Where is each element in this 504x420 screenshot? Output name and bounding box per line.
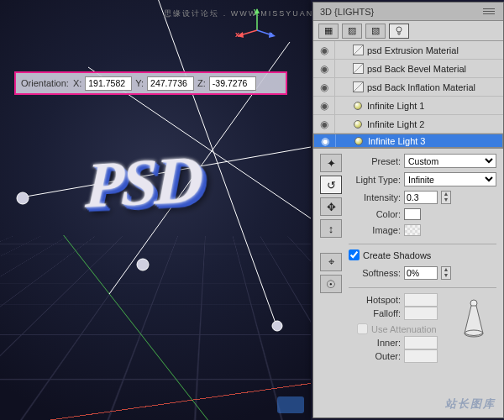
color-swatch[interactable] <box>404 208 421 220</box>
watermark-badge <box>277 396 304 413</box>
layer-row-light-selected[interactable]: ◉ Infinite Light 3 <box>313 134 503 148</box>
orientation-z-input[interactable] <box>209 76 256 91</box>
hotspot-label: Hotspot: <box>349 295 401 305</box>
inner-input <box>404 336 438 349</box>
property-fields: Preset: Custom Light Type: Infinite Inte… <box>349 154 496 411</box>
softness-spinner[interactable]: ▲▼ <box>441 266 451 280</box>
filter-row: ▦ ▨ ▧ <box>313 21 503 41</box>
layer-label: Infinite Light 1 <box>365 101 503 111</box>
preset-label: Preset: <box>349 156 401 166</box>
preset-select[interactable]: Custom <box>404 154 496 168</box>
y-label: Y: <box>135 78 144 88</box>
softness-label: Softness: <box>349 268 401 278</box>
softness-input[interactable] <box>404 266 438 280</box>
layer-row-material[interactable]: ◉ psd Extrusion Material <box>313 41 503 60</box>
falloff-label: Falloff: <box>349 308 401 318</box>
layer-label: psd Back Bevel Material <box>365 64 503 74</box>
material-icon <box>350 63 365 74</box>
outer-label: Outer: <box>349 351 401 361</box>
filter-materials-button[interactable]: ▧ <box>365 24 386 39</box>
svg-line-3 <box>21 147 311 197</box>
filter-scene-button[interactable]: ▦ <box>318 24 339 39</box>
point-at-origin-button[interactable]: ⌖ <box>320 253 342 271</box>
material-icon <box>350 81 365 92</box>
image-label: Image: <box>349 225 401 235</box>
3d-panel: 3D {LIGHTS} ▦ ▨ ▧ ◉ psd Extrusion Materi… <box>312 2 504 418</box>
rotate-light-button[interactable]: ↺ <box>320 176 342 194</box>
z-label: Z: <box>197 78 206 88</box>
layer-row-light[interactable]: ◉ Infinite Light 1 <box>313 97 503 115</box>
use-attenuation-checkbox <box>357 323 368 334</box>
visibility-toggle[interactable]: ◉ <box>313 60 335 77</box>
orientation-y-input[interactable] <box>147 76 194 91</box>
light-tool-strip: ✦ ↺ ✥ ↕ ⌖ ☉ <box>320 154 344 411</box>
intensity-spinner[interactable]: ▲▼ <box>441 191 451 204</box>
slide-light-button[interactable]: ↕ <box>320 219 342 238</box>
intensity-label: Intensity: <box>349 192 401 202</box>
outer-input <box>404 349 438 363</box>
light-properties: ✦ ↺ ✥ ↕ ⌖ ☉ Preset: Custom Light Type: I… <box>313 149 503 417</box>
svg-point-4 <box>17 192 29 204</box>
hotspot-input <box>404 293 438 307</box>
light-gizmo[interactable] <box>0 0 311 420</box>
light-icon <box>350 120 365 129</box>
light-icon <box>350 102 365 110</box>
image-slot[interactable] <box>404 224 421 236</box>
filter-mesh-button[interactable]: ▨ <box>342 24 362 39</box>
layer-label: Infinite Light 3 <box>366 136 502 146</box>
orientation-x-input[interactable] <box>85 76 132 91</box>
light-cone-icon <box>459 298 488 339</box>
orientation-box: Orientation: X: Y: Z: <box>14 71 287 95</box>
visibility-toggle[interactable]: ◉ <box>314 134 336 147</box>
layer-label: Infinite Light 2 <box>365 119 503 129</box>
layer-row-light[interactable]: ◉ Infinite Light 2 <box>313 115 503 134</box>
layer-row-material[interactable]: ◉ psd Back Bevel Material <box>313 60 503 78</box>
light-type-label: Light Type: <box>349 175 401 185</box>
filter-lights-button[interactable] <box>389 24 409 39</box>
material-icon <box>350 45 365 55</box>
visibility-toggle[interactable]: ◉ <box>313 78 335 96</box>
pan-light-button[interactable]: ✥ <box>320 197 342 216</box>
light-icon <box>351 137 366 145</box>
falloff-input <box>404 307 438 320</box>
svg-point-6 <box>272 321 282 331</box>
3d-viewport[interactable]: PSD y x z Orientation: X: Y: Z: <box>0 0 311 420</box>
create-shadows-label: Create Shadows <box>363 250 431 260</box>
create-shadows-checkbox[interactable] <box>349 249 360 260</box>
layer-row-material[interactable]: ◉ psd Back Inflation Material <box>313 78 503 97</box>
orientation-label: Orientation: <box>21 78 69 88</box>
new-light-button[interactable]: ✦ <box>320 154 342 172</box>
panel-flyout-menu-icon[interactable] <box>481 6 496 18</box>
panel-title: 3D {LIGHTS} <box>320 7 374 17</box>
visibility-toggle[interactable]: ◉ <box>313 41 335 59</box>
visibility-toggle[interactable]: ◉ <box>313 115 335 133</box>
panel-tab-bar: 3D {LIGHTS} <box>313 3 503 21</box>
layer-label: psd Extrusion Material <box>365 45 503 55</box>
layer-label: psd Back Inflation Material <box>365 82 503 92</box>
intensity-input[interactable] <box>404 191 438 204</box>
visibility-toggle[interactable]: ◉ <box>313 97 335 114</box>
x-label: X: <box>73 78 81 88</box>
svg-point-13 <box>396 27 402 32</box>
svg-point-5 <box>137 259 149 270</box>
layer-list[interactable]: ◉ psd Extrusion Material ◉ psd Back Beve… <box>313 41 503 149</box>
watermark-text: 站长图库 <box>445 396 496 412</box>
light-at-camera-button[interactable]: ☉ <box>320 275 342 293</box>
light-type-select[interactable]: Infinite <box>404 172 496 186</box>
color-label: Color: <box>349 209 401 219</box>
use-attenuation-label: Use Attenuation <box>371 324 437 334</box>
inner-label: Inner: <box>349 338 401 348</box>
